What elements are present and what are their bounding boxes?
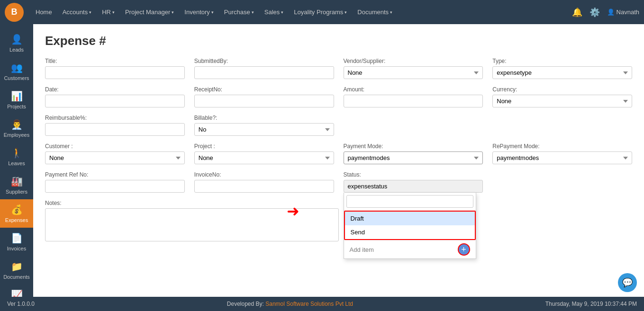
customers-label: Customers [4,75,29,81]
nav-right: 🔔 ⚙️ 👤 Navnath [572,7,639,18]
repayment-mode-group: RePayment Mode: paymentmodes [492,143,632,164]
sidebar-item-reports[interactable]: 📈 Reports [0,284,33,297]
top-navigation: B Home Accounts ▾ HR ▾ Project Manager ▾… [0,0,644,24]
add-item-label: Add item [350,246,374,253]
notes-textarea[interactable] [45,208,339,241]
nav-loyalty[interactable]: Loyality Programs ▾ [289,5,352,19]
user-menu[interactable]: 👤 Navnath [607,9,639,16]
form-row-1: Title: SubmittedBy: Vendor/Supplier: Non… [45,58,632,79]
receipt-no-input[interactable] [194,95,334,107]
sidebar-item-projects[interactable]: 📊 Projects [0,86,33,114]
customer-group: Customer : None [45,143,185,164]
nav-sales[interactable]: Sales ▾ [260,5,289,19]
pur-arrow: ▾ [252,10,254,15]
leaves-icon: 🚶 [11,147,23,159]
sidebar-item-leads[interactable]: 👤 Leads [0,29,33,57]
leads-label: Leads [9,47,24,53]
reimbursable-input[interactable] [45,123,185,136]
repayment-mode-select[interactable]: paymentmodes [492,151,632,164]
type-select[interactable]: expensetype [492,66,632,79]
sidebar-item-leaves[interactable]: 🚶 Leaves [0,142,33,171]
sidebar: 👤 Leads 👥 Customers 📊 Projects 👨‍💼 Emplo… [0,24,33,297]
customer-select[interactable]: None [45,151,185,164]
sales-arrow: ▾ [281,10,283,15]
billable-label: Billable?: [194,115,334,121]
status-select[interactable]: expensestatus [344,180,483,193]
nav-items: Home Accounts ▾ HR ▾ Project Manager ▾ I… [31,5,572,19]
dev-company: Sanmol Software Solutions Pvt Ltd [265,301,353,307]
title-label: Title: [45,58,185,64]
expenses-label: Expenses [5,217,28,223]
payment-mode-group: Payment Mode: paymentmodes [344,143,483,164]
notification-icon[interactable]: 🔔 [572,7,582,18]
payment-ref-label: Payment Ref No: [45,171,185,178]
sidebar-item-documents[interactable]: 📁 Documents [0,256,33,284]
form-row-4: Customer : None Project : None Payment M… [45,143,632,164]
reports-icon: 📈 [11,289,23,297]
reimbursable-label: Reimbursable%: [45,115,185,121]
dropdown-option-send[interactable]: Send [345,225,475,239]
projects-icon: 📊 [11,90,23,102]
form-row-3: Reimbursable%: Billable?: No Yes [45,115,632,136]
nav-hr[interactable]: HR ▾ [97,5,119,19]
employees-label: Employees [4,132,29,138]
loy-arrow: ▾ [345,10,347,15]
submitted-by-input[interactable] [194,66,334,79]
invoice-no-group: InvoiceNo: [194,171,334,193]
currency-select[interactable]: None [492,95,632,107]
invoice-no-input[interactable] [194,180,334,193]
form-row-2: Date: ReceiptNo: Amount: Currency: None [45,86,632,107]
project-label: Project : [194,143,334,150]
notes-section: Notes: [45,200,632,241]
title-group: Title: [45,58,185,79]
date-label: Date: [45,86,185,93]
chat-bubble[interactable]: 💬 [618,273,637,292]
type-label: Type: [492,58,632,64]
payment-ref-input[interactable] [45,180,185,193]
footer: Ver 1.0.0.0 Developed By: Sanmol Softwar… [0,297,644,311]
nav-documents[interactable]: Documents ▾ [353,5,397,19]
sidebar-item-invoices[interactable]: 📄 Invoices [0,228,33,256]
version-label: Ver 1.0.0.0 [7,301,35,307]
project-select[interactable]: None [194,151,334,164]
date-group: Date: [45,86,185,107]
suppliers-label: Suppliers [6,189,27,195]
receipt-no-label: ReceiptNo: [194,86,334,93]
datetime-label: Thursday, May 9, 2019 10:37:44 PM [545,301,637,307]
payment-mode-label: Payment Mode: [344,143,483,150]
sidebar-item-customers[interactable]: 👥 Customers [0,57,33,86]
sidebar-item-employees[interactable]: 👨‍💼 Employees [0,114,33,142]
payment-mode-select[interactable]: paymentmodes [344,151,483,164]
sidebar-item-expenses[interactable]: 💰 Expenses [0,199,33,228]
app-logo[interactable]: B [5,3,24,22]
nav-home[interactable]: Home [31,5,57,19]
page-title: Expense # [45,34,632,48]
nav-accounts[interactable]: Accounts ▾ [58,5,96,19]
settings-icon[interactable]: ⚙️ [590,7,600,18]
dropdown-add-item[interactable]: Add item + [344,240,476,258]
expenses-icon: 💰 [11,204,23,215]
dropdown-option-draft[interactable]: Draft [345,212,475,225]
notes-label: Notes: [45,200,632,206]
dev-info: Developed By: Sanmol Software Solutions … [227,301,353,307]
currency-group: Currency: None [492,86,632,107]
sidebar-item-suppliers[interactable]: 🏭 Suppliers [0,171,33,199]
add-item-button[interactable]: + [458,243,470,256]
suppliers-icon: 🏭 [11,176,23,187]
empty-3 [492,171,632,193]
dropdown-options: Draft Send [344,211,476,240]
amount-input[interactable] [344,95,483,107]
nav-purchase[interactable]: Purchase ▾ [219,5,259,19]
billable-select[interactable]: No Yes [194,123,334,136]
dropdown-search-input[interactable] [346,195,473,208]
date-input[interactable] [45,95,185,107]
status-group: Status: expensestatus Draft Send Add ite… [344,171,483,193]
title-input[interactable] [45,66,185,79]
hr-arrow: ▾ [112,10,115,15]
notes-group: Notes: [45,200,632,241]
nav-project-manager[interactable]: Project Manager ▾ [120,5,179,19]
currency-label: Currency: [492,86,632,93]
vendor-select[interactable]: None [344,66,483,79]
nav-inventory[interactable]: Inventory ▾ [180,5,218,19]
invoices-icon: 📄 [11,232,23,244]
